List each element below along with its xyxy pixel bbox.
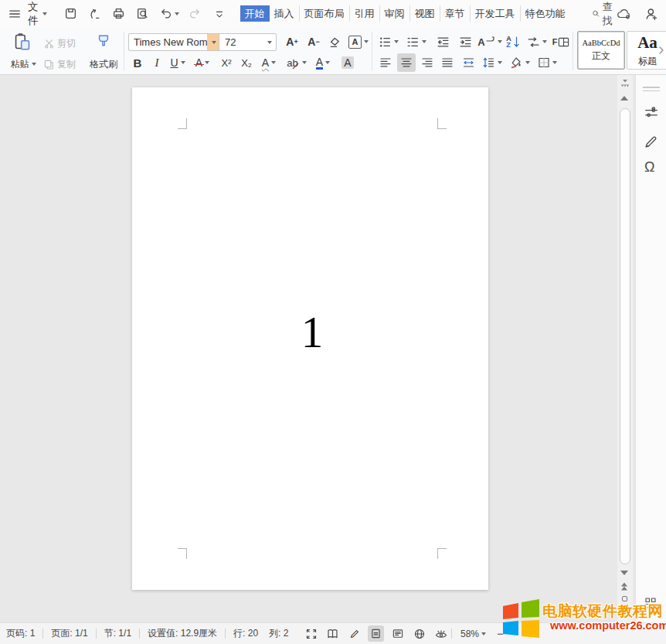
- align-right-button[interactable]: [418, 53, 437, 72]
- tab-special-features[interactable]: 特色功能: [521, 5, 570, 22]
- sort-button[interactable]: AZ: [504, 32, 522, 51]
- increase-font-button[interactable]: A+: [282, 32, 302, 51]
- edit-pen-icon[interactable]: [644, 135, 658, 148]
- tab-home[interactable]: 开始: [240, 5, 270, 22]
- tab-insert[interactable]: 插入: [270, 5, 300, 22]
- write-mode-button[interactable]: [346, 625, 362, 642]
- line-spacing-button[interactable]: [481, 53, 504, 72]
- outline-view-button[interactable]: [389, 625, 406, 642]
- read-mode-button[interactable]: [325, 625, 341, 642]
- app-grid-icon[interactable]: [644, 597, 657, 609]
- bold-button[interactable]: B: [129, 53, 146, 72]
- scrollbar-thumb[interactable]: [620, 108, 630, 564]
- web-view-button[interactable]: [411, 625, 427, 642]
- text-direction-button[interactable]: A: [477, 32, 502, 51]
- text-effects-button[interactable]: ab: [284, 53, 310, 72]
- tab-page-layout[interactable]: 页面布局: [300, 5, 350, 22]
- zoom-percentage[interactable]: 58%: [460, 629, 479, 639]
- export-pdf-button[interactable]: [85, 4, 105, 24]
- find-button[interactable]: 查找: [592, 0, 617, 28]
- style-normal[interactable]: AaBbCcDd 正文: [577, 31, 625, 70]
- underline-button[interactable]: U: [166, 53, 189, 72]
- tab-review[interactable]: 审阅: [380, 5, 410, 22]
- margin-mark-top-right: [437, 118, 447, 129]
- pane-drag-handle[interactable]: [643, 87, 660, 94]
- justify-button[interactable]: [438, 53, 457, 72]
- font-family-dropdown[interactable]: [207, 34, 219, 50]
- paragraph-mark-button[interactable]: [525, 32, 549, 51]
- print-preview-button[interactable]: [133, 4, 153, 24]
- decrease-indent-button[interactable]: [433, 32, 453, 51]
- tab-section[interactable]: 章节: [440, 5, 471, 22]
- distribute-button[interactable]: [458, 53, 478, 72]
- file-menu[interactable]: 文件: [8, 0, 47, 28]
- document-text[interactable]: 1: [187, 306, 437, 359]
- status-pages[interactable]: 页面: 1/1: [51, 627, 87, 640]
- ruler-toggle-icon[interactable]: [620, 78, 630, 89]
- format-painter-icon[interactable]: [87, 31, 121, 53]
- undo-button[interactable]: [157, 4, 182, 24]
- title-tab-bar: 文件 开始 插入 页面布局 引用 审阅 视图 章节: [0, 0, 666, 27]
- phonetic-guide-button[interactable]: A: [257, 53, 280, 72]
- scroll-down-arrow[interactable]: [620, 571, 628, 575]
- align-center-button[interactable]: [397, 53, 416, 72]
- format-painter-button[interactable]: 格式刷: [87, 55, 121, 73]
- tab-dev-tools[interactable]: 开发工具: [471, 5, 521, 22]
- italic-button[interactable]: I: [149, 53, 165, 72]
- chevron-down-icon[interactable]: [175, 12, 179, 15]
- find-label[interactable]: 查找: [603, 0, 617, 28]
- tab-view[interactable]: 视图: [410, 5, 440, 22]
- document-canvas[interactable]: 1: [0, 75, 635, 622]
- previous-page-arrow2[interactable]: [621, 587, 627, 591]
- file-menu-label[interactable]: 文件: [28, 0, 39, 28]
- status-section[interactable]: 节: 1/1: [104, 627, 131, 640]
- eye-protect-button[interactable]: [433, 625, 449, 642]
- page-view-button[interactable]: [368, 625, 384, 642]
- status-line: 行: 20: [233, 627, 258, 640]
- numbering-button[interactable]: [405, 32, 428, 51]
- invite-user-icon[interactable]: [645, 7, 659, 21]
- fullscreen-view-button[interactable]: [303, 625, 319, 642]
- character-shading-button[interactable]: A: [338, 53, 358, 72]
- status-setting-value[interactable]: 设置值: 12.9厘米: [148, 627, 217, 640]
- paper-grid-layout-button[interactable]: F: [551, 32, 571, 51]
- symbol-omega-icon[interactable]: Ω: [644, 159, 654, 175]
- decrease-font-button[interactable]: A−: [304, 32, 324, 51]
- font-size-select[interactable]: 72: [219, 34, 276, 50]
- status-page-number[interactable]: 页码: 1: [6, 627, 35, 640]
- scroll-up-arrow[interactable]: [620, 96, 628, 101]
- next-page-arrow2[interactable]: [621, 614, 627, 618]
- increase-indent-button[interactable]: [455, 32, 475, 51]
- zoom-out-button[interactable]: −: [497, 627, 504, 640]
- paste-button[interactable]: 粘贴: [6, 55, 40, 73]
- strikethrough-button[interactable]: A: [191, 53, 214, 72]
- font-color-button[interactable]: A: [311, 53, 335, 72]
- chevron-down-icon[interactable]: [32, 63, 36, 66]
- select-browse-object[interactable]: [622, 596, 627, 601]
- tab-references[interactable]: 引用: [350, 5, 380, 22]
- save-button[interactable]: [61, 4, 81, 24]
- font-controls: Times New Roma 72: [128, 33, 277, 51]
- character-border-button[interactable]: A: [347, 32, 370, 51]
- clear-format-button[interactable]: [325, 32, 344, 51]
- margin-mark-top-left: [178, 118, 187, 129]
- subscript-button[interactable]: X₂: [237, 53, 256, 72]
- paste-button-icon[interactable]: [8, 31, 37, 53]
- zoom-dropdown-icon[interactable]: [481, 632, 486, 635]
- borders-button[interactable]: [535, 53, 559, 72]
- hamburger-icon[interactable]: [8, 7, 22, 21]
- align-left-button[interactable]: [376, 53, 395, 72]
- chevron-down-icon[interactable]: [267, 41, 272, 44]
- status-bar: 页码: 1 页面: 1/1 节: 1/1 设置值: 12.9厘米 行: 20 列…: [0, 622, 666, 644]
- bullets-button[interactable]: [377, 32, 400, 51]
- font-family-select[interactable]: Times New Roma: [129, 34, 219, 50]
- document-page[interactable]: 1: [132, 87, 488, 590]
- properties-sliders-icon[interactable]: [644, 106, 658, 120]
- print-button[interactable]: [109, 4, 129, 24]
- style-gallery-next-icon[interactable]: [658, 46, 665, 55]
- shading-button[interactable]: [507, 53, 532, 72]
- customize-quick-toolbar-button[interactable]: [209, 4, 229, 24]
- vertical-scrollbar[interactable]: [617, 75, 633, 622]
- cloud-sync-icon[interactable]: [617, 7, 632, 21]
- superscript-button[interactable]: X²: [217, 53, 236, 72]
